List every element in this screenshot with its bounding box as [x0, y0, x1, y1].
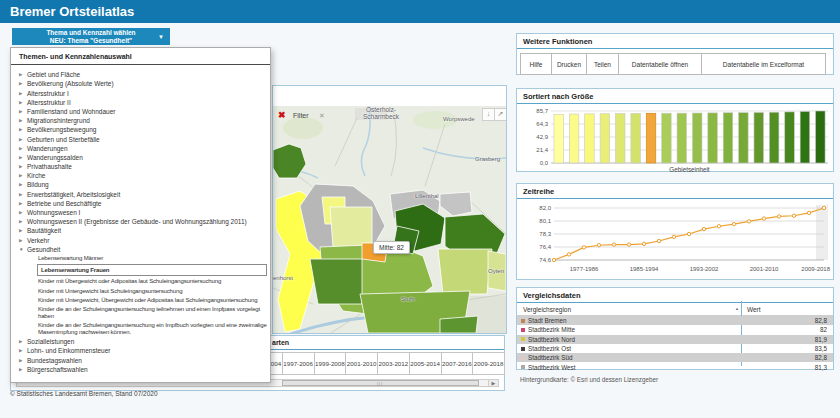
table-row[interactable]: Stadtbezirk Ost83,5 — [517, 344, 833, 353]
bar[interactable] — [785, 112, 795, 163]
menu-item[interactable]: ▶Migrationshintergrund — [14, 117, 267, 124]
bar[interactable] — [816, 111, 826, 163]
expand-map-icon[interactable]: ↗ — [494, 108, 506, 121]
time-period-button[interactable]: 2007-2016 — [441, 352, 474, 375]
menu-item[interactable]: ▶Altersstruktur I — [14, 90, 267, 97]
map-viewport[interactable]: Osterholz- Scharmbeck Worpswede Grasberg… — [273, 106, 506, 333]
theme-selector-button[interactable]: Thema und Kennzahl wählen NEU: Thema "Ge… — [12, 28, 170, 45]
menu-item[interactable]: ▶Privathaushalte — [14, 163, 267, 170]
function-button[interactable]: Datentabelle öffnen — [618, 53, 702, 75]
data-point-marker[interactable] — [687, 232, 690, 235]
function-button[interactable]: Hilfe — [520, 53, 552, 75]
menu-item[interactable]: ▶Bundestagswahlen — [14, 357, 267, 364]
table-row[interactable]: Stadtbezirk West81,3 — [517, 362, 833, 371]
function-button[interactable]: Datentabelle im Excelformat — [701, 53, 826, 75]
menu-item[interactable]: ▶Wanderungssalden — [14, 154, 267, 161]
scroll-right-icon[interactable]: ▶ — [488, 380, 498, 386]
menu-item[interactable]: ▶Geburten und Sterbefälle — [14, 136, 267, 143]
menu-item[interactable]: Kinder mit Untergewicht laut Schuleingan… — [14, 288, 267, 295]
bar[interactable] — [662, 113, 672, 163]
line-chart[interactable]: 82,080,178,376,474,61977-19861985-199419… — [518, 201, 832, 281]
menu-item[interactable]: ▶Sozialleistungen — [14, 338, 267, 345]
data-point-marker[interactable] — [597, 244, 600, 247]
region-value: 82,8 — [815, 354, 827, 361]
bar[interactable] — [800, 111, 810, 163]
menu-item[interactable]: ▶Wohnungswesen II (Ergebnisse der Gebäud… — [14, 218, 267, 225]
table-row[interactable]: Stadtbezirk Mitte82 — [517, 325, 833, 334]
data-point-marker[interactable] — [732, 222, 735, 225]
scrollbar-thumb[interactable]: ||| — [282, 380, 479, 386]
bar[interactable] — [615, 114, 625, 163]
clear-filter-icon[interactable]: ✕ — [319, 112, 325, 120]
menu-item[interactable]: ▶Bürgerschaftswahlen — [14, 366, 267, 373]
bar[interactable] — [677, 113, 687, 163]
data-point-marker[interactable] — [567, 253, 570, 256]
menu-item[interactable]: ▶Bevölkerung (Absolute Werte) — [14, 80, 267, 87]
menu-item[interactable]: ▶Betriebe und Beschäftigte — [14, 200, 267, 207]
data-point-marker[interactable] — [627, 243, 630, 246]
menu-item[interactable]: Kinder die an der Schuleingangsuntersuch… — [14, 306, 267, 320]
table-row[interactable]: Stadtbezirk Nord81,9 — [517, 335, 833, 344]
bar-chart[interactable]: 85,764,342,921,40,0Gebietseinheit — [518, 106, 832, 174]
table-row[interactable]: Stadt Bremen82,8 — [517, 316, 833, 325]
menu-item[interactable]: ▶Bildung — [14, 181, 267, 188]
menu-item[interactable]: Kinder mit Übergewicht oder Adipositas l… — [14, 278, 267, 285]
menu-item[interactable]: ▶Lohn- und Einkommensteuer — [14, 347, 267, 354]
table-row[interactable]: Stadtbezirk Süd82,8 — [517, 353, 833, 362]
time-period-button[interactable]: 2001-2010 — [345, 352, 378, 375]
menu-item[interactable]: Kinder mit Untergewicht, Übergewicht ode… — [14, 297, 267, 304]
menu-item-label: Bildung — [27, 181, 49, 188]
bar[interactable] — [631, 113, 641, 163]
bar[interactable] — [723, 113, 733, 163]
menu-item-selected[interactable]: Lebenserwartung Frauen — [37, 264, 267, 276]
column-header-region[interactable]: Vergleichsregion — [523, 306, 735, 313]
menu-item[interactable]: Lebenserwartung Männer — [14, 255, 267, 262]
bar[interactable] — [600, 114, 610, 163]
bar[interactable] — [708, 113, 718, 163]
data-point-marker[interactable] — [657, 239, 660, 242]
bar[interactable] — [769, 112, 779, 163]
bar[interactable] — [569, 114, 579, 163]
menu-item[interactable]: ▼Gesundheit — [14, 246, 267, 253]
bar[interactable] — [754, 112, 764, 163]
data-point-marker[interactable] — [552, 258, 555, 261]
function-button[interactable]: Drucken — [551, 53, 587, 75]
menu-item[interactable]: Kinder die an der Schuleingangsuntersuch… — [14, 322, 267, 336]
time-period-button[interactable]: 2005-2014 — [409, 352, 442, 375]
column-header-value[interactable]: Wert — [747, 306, 761, 313]
menu-item[interactable]: ▶Bautätigkeit — [14, 227, 267, 234]
menu-item[interactable]: ▶Erwerbstätigkeit, Arbeitslosigkeit — [14, 191, 267, 198]
bar[interactable] — [585, 114, 595, 163]
time-period-button[interactable]: 2009-2018 — [472, 352, 505, 375]
data-point-marker[interactable] — [717, 225, 720, 228]
data-point-marker[interactable] — [747, 220, 750, 223]
menu-item[interactable]: ▶Altersstruktur II — [14, 99, 267, 106]
data-point-marker[interactable] — [612, 243, 615, 246]
menu-item[interactable]: ▶Wohnungswesen I — [14, 209, 267, 216]
time-period-button[interactable]: 1997-2006 — [282, 352, 315, 375]
menu-item[interactable]: ▶Wanderungen — [14, 145, 267, 152]
data-point-marker[interactable] — [672, 235, 675, 238]
time-period-button[interactable]: 2003-2012 — [377, 352, 410, 375]
bar[interactable] — [554, 114, 564, 163]
bar-highlighted[interactable] — [646, 113, 656, 163]
data-point-marker[interactable] — [822, 206, 825, 209]
data-point-marker[interactable] — [702, 227, 705, 230]
data-point-marker[interactable] — [762, 217, 765, 220]
time-period-button[interactable]: 1999-2008 — [314, 352, 347, 375]
menu-item[interactable]: ▶Bevölkerungsbewegung — [14, 126, 267, 133]
data-point-marker[interactable] — [582, 246, 585, 249]
data-point-marker[interactable] — [777, 215, 780, 218]
map-canvas[interactable] — [273, 106, 506, 333]
menu-item[interactable]: ▶Kirche — [14, 172, 267, 179]
data-point-marker[interactable] — [792, 214, 795, 217]
remove-filter-icon[interactable]: ✖ — [278, 110, 286, 120]
menu-item[interactable]: ▶Familienstand und Wohndauer — [14, 108, 267, 115]
data-point-marker[interactable] — [807, 211, 810, 214]
function-button[interactable]: Teilen — [586, 53, 619, 75]
menu-item[interactable]: ▶Gebiet und Fläche — [14, 71, 267, 78]
data-point-marker[interactable] — [642, 242, 645, 245]
menu-item[interactable]: ▶Verkehr — [14, 237, 267, 244]
bar[interactable] — [692, 113, 702, 163]
bar[interactable] — [739, 113, 749, 163]
